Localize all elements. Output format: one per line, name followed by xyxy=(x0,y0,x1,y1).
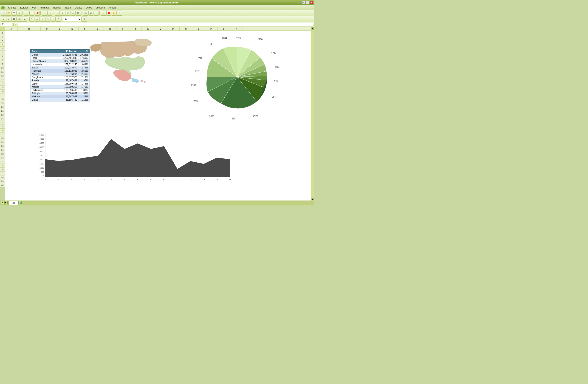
y-label-4000: 4000 xyxy=(40,142,44,144)
close-button[interactable]: ✕ xyxy=(310,1,313,4)
cell-country: Egypt xyxy=(31,98,58,102)
shape-button[interactable]: △ xyxy=(45,17,50,21)
paste-button[interactable]: 📌 xyxy=(35,11,40,16)
zoom-out-button[interactable]: 🔎 xyxy=(88,11,93,16)
col-header-D[interactable]: D xyxy=(53,27,66,31)
pie-label-538: 538 xyxy=(232,117,236,120)
run-button[interactable]: ▶ xyxy=(112,11,117,16)
format4-button[interactable]: M xyxy=(22,17,27,21)
sheet-tab-xls[interactable]: xls xyxy=(8,201,18,205)
undo-button[interactable]: ↩ xyxy=(42,11,47,16)
format2-button[interactable]: ▦ xyxy=(11,17,17,21)
col-header-I[interactable]: I xyxy=(116,27,129,31)
pie-label-986: 986 xyxy=(198,57,202,59)
col-header-P[interactable]: P xyxy=(205,27,217,31)
format3-button[interactable]: ▤ xyxy=(17,17,22,21)
sort-desc-button[interactable]: ↓ xyxy=(60,11,65,16)
font-size-combo[interactable]: 101112 xyxy=(63,17,82,21)
cell-population: 96,506,031 xyxy=(58,92,79,95)
menu-ventana[interactable]: Ventana xyxy=(94,6,106,9)
arrow-button[interactable]: → xyxy=(51,17,56,21)
col-header-N[interactable]: N xyxy=(180,27,192,31)
col-header-C[interactable]: C xyxy=(41,27,53,31)
save-button[interactable]: 💾 xyxy=(11,11,17,16)
grid-scroll[interactable]: País Población % China1,393,783,83619.24… xyxy=(5,31,311,200)
vertical-scrollbar[interactable]: ▲ ▼ xyxy=(311,27,314,200)
col-header-G[interactable]: G xyxy=(91,27,104,31)
draw1-button[interactable]: ✏ xyxy=(29,17,34,21)
table-row: Mexico123,799,2151.71% xyxy=(31,85,90,89)
cell-population: 100,096,496 xyxy=(58,89,79,92)
chart-button[interactable]: 📊 xyxy=(70,11,76,16)
ellipse-button[interactable]: ○ xyxy=(40,17,45,21)
col-header-K[interactable]: K xyxy=(142,27,154,31)
table-row: Indonesia252,812,2453.49% xyxy=(31,63,90,66)
scroll-down-btn[interactable]: ▼ xyxy=(312,198,314,200)
formula-input[interactable] xyxy=(18,23,313,26)
cell-reference-input[interactable] xyxy=(1,23,12,26)
sort-asc-button[interactable]: ↑ xyxy=(55,11,60,16)
caribbean-island-1 xyxy=(141,80,143,82)
table-row: Philippines100,096,4961.38% xyxy=(31,89,90,92)
sep7 xyxy=(62,17,63,21)
rect-button[interactable]: ▭ xyxy=(35,17,40,21)
col-header-O[interactable]: O xyxy=(192,27,205,31)
menu-edicion[interactable]: Edición xyxy=(18,6,30,9)
pie-label-2516: 2516 xyxy=(236,37,241,40)
redo-button[interactable]: ↪ xyxy=(47,11,52,16)
col-header-B[interactable]: B xyxy=(18,27,41,31)
cell-country: Mexico xyxy=(31,85,58,89)
help-button[interactable]: ? xyxy=(101,11,106,16)
col-header-Q[interactable]: Q xyxy=(217,27,230,31)
col-header-R[interactable]: R xyxy=(230,27,243,31)
row-header-22: 22 xyxy=(0,113,5,117)
y-label-3000: 3000 xyxy=(40,150,44,152)
menu-insertar[interactable]: Insertar xyxy=(51,6,63,9)
row-header-28: 28 xyxy=(0,136,5,140)
grid-area: ABCDEFGHIJKLMNOPQR País Población % xyxy=(5,27,311,200)
sheet-tab-next[interactable]: ▶ xyxy=(4,201,8,204)
copy-button[interactable]: 📋 xyxy=(29,11,34,16)
menu-ver[interactable]: Ver xyxy=(30,6,38,9)
minimize-button[interactable]: − xyxy=(302,1,305,4)
col-header-A[interactable]: A xyxy=(5,27,18,31)
new-button[interactable]: 📄 xyxy=(1,11,6,16)
row-header-32: 32 xyxy=(0,152,5,156)
menu-archivo[interactable]: Archivo xyxy=(6,6,18,9)
menu-otros[interactable]: Otros xyxy=(84,6,94,9)
formula-expand-btn[interactable]: ▼ xyxy=(13,23,17,26)
col-header-J[interactable]: J xyxy=(129,27,142,31)
menu-formato[interactable]: Formato xyxy=(38,6,51,9)
italic-button[interactable]: I xyxy=(6,17,11,21)
col-header-H[interactable]: H xyxy=(104,27,116,31)
table-row: Ethiopia96,506,0311.33% xyxy=(31,92,90,95)
col-header-M[interactable]: M xyxy=(167,27,180,31)
sheet-tab-icon[interactable]: 📊 xyxy=(18,201,21,204)
menu-ayuda[interactable]: Ayuda xyxy=(107,6,118,9)
cut-button[interactable]: ✂ xyxy=(24,11,29,16)
area-fill xyxy=(45,139,230,177)
scroll-up-btn[interactable]: ▲ xyxy=(312,27,314,30)
filter-button[interactable]: ▽ xyxy=(65,11,70,16)
pie-label-287: 287 xyxy=(210,43,214,45)
stop-button[interactable]: ⬟ xyxy=(106,11,111,16)
col-header-F[interactable]: F xyxy=(79,27,91,31)
fullscreen-button[interactable]: ⛶ xyxy=(94,11,99,16)
extra-button[interactable]: " xyxy=(117,11,122,16)
sheet-tab-prev[interactable]: ◀ xyxy=(1,201,4,204)
bold-button[interactable]: B xyxy=(1,17,6,21)
menu-objeto[interactable]: Objeto xyxy=(73,6,84,9)
zoom-in-button[interactable]: 🔍 xyxy=(83,11,88,16)
maximize-button[interactable]: □ xyxy=(306,1,309,4)
menu-tabla[interactable]: Tabla xyxy=(63,6,73,9)
table-row: India1,267,401,84917.50% xyxy=(31,57,90,60)
image-button[interactable]: 🖼 xyxy=(76,11,81,16)
table-row: Brazil202,033,6702.79% xyxy=(31,66,90,69)
col-header-E[interactable]: E xyxy=(66,27,79,31)
col-header-L[interactable]: L xyxy=(154,27,167,31)
tb-extra1[interactable]: ≡ xyxy=(82,17,87,21)
cell-population: 322,538,006 xyxy=(58,60,79,63)
text-button[interactable]: A xyxy=(56,17,61,21)
print-button[interactable]: 🖨 xyxy=(17,11,22,16)
open-button[interactable]: 📂 xyxy=(6,11,11,16)
